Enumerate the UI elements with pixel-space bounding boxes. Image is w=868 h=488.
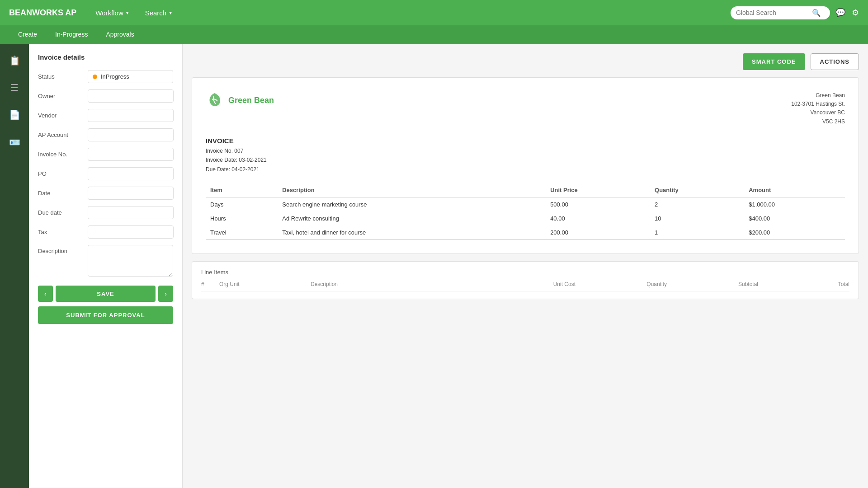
status-row: Status InProgress bbox=[38, 70, 173, 83]
cell-description: Search engine marketing course bbox=[278, 197, 546, 211]
cell-description: Taxi, hotel and dinner for course bbox=[278, 225, 546, 240]
address-line1: Green Bean bbox=[791, 91, 845, 100]
global-search-icon[interactable]: 🔍 bbox=[812, 9, 821, 17]
save-button[interactable]: SAVE bbox=[56, 286, 156, 302]
description-input[interactable] bbox=[88, 245, 173, 277]
invoice-header: Green Bean Green Bean 102-3701 Hastings … bbox=[206, 91, 845, 126]
li-header-qty: Quantity bbox=[580, 281, 667, 287]
description-label: Description bbox=[38, 245, 88, 254]
status-dot bbox=[93, 75, 97, 79]
workflow-chevron-icon: ▼ bbox=[125, 10, 130, 15]
col-description: Description bbox=[278, 183, 546, 197]
vendor-input[interactable] bbox=[88, 109, 174, 122]
status-input[interactable]: InProgress bbox=[88, 70, 173, 83]
search-nav-btn[interactable]: Search ▼ bbox=[140, 5, 178, 20]
cell-item: Travel bbox=[206, 225, 278, 240]
workflow-label: Workflow bbox=[95, 9, 123, 17]
due-date-row: Due date bbox=[38, 206, 173, 219]
due-date-label: Due date bbox=[38, 209, 88, 216]
address-line2: 102-3701 Hastings St. bbox=[791, 100, 845, 108]
status-label: Status bbox=[38, 73, 88, 80]
invoice-table-header: Item Description Unit Price Quantity Amo… bbox=[206, 183, 845, 197]
sub-nav-inprogress[interactable]: In-Progress bbox=[46, 26, 97, 43]
chat-icon[interactable]: 💬 bbox=[835, 8, 845, 18]
li-header-desc: Description bbox=[311, 281, 484, 287]
address-line4: V5C 2HS bbox=[791, 117, 845, 126]
table-row: Days Search engine marketing course 500.… bbox=[206, 197, 845, 211]
po-row: PO bbox=[38, 167, 173, 180]
li-header-subtotal: Subtotal bbox=[671, 281, 758, 287]
owner-row: Owner bbox=[38, 89, 173, 103]
li-header-total: Total bbox=[763, 281, 849, 287]
cell-quantity: 2 bbox=[650, 197, 744, 211]
po-label: PO bbox=[38, 170, 88, 177]
main-layout: 📋 ☰ 📄 🪪 Invoice details Status InProgres… bbox=[0, 44, 868, 488]
workflow-nav-btn[interactable]: Workflow ▼ bbox=[90, 5, 135, 20]
document-icon[interactable]: 📄 bbox=[5, 106, 24, 124]
list-icon[interactable]: ☰ bbox=[7, 79, 22, 97]
col-amount: Amount bbox=[744, 183, 845, 197]
smart-code-button[interactable]: SMART CODE bbox=[743, 53, 805, 70]
cell-item: Days bbox=[206, 197, 278, 211]
cell-item: Hours bbox=[206, 211, 278, 225]
date-row: Date bbox=[38, 187, 173, 200]
cell-quantity: 1 bbox=[650, 225, 744, 240]
line-items-title: Line Items bbox=[201, 269, 849, 276]
prev-button[interactable]: ‹ bbox=[38, 286, 53, 302]
invoice-no-label: Invoice No. bbox=[38, 151, 88, 158]
left-panel: Invoice details Status InProgress Owner … bbox=[29, 44, 183, 488]
nav-menu: Workflow ▼ Search ▼ bbox=[90, 5, 731, 20]
sub-nav-approvals[interactable]: Approvals bbox=[97, 26, 143, 43]
submit-button[interactable]: SUBMIT FOR APPROVAL bbox=[38, 306, 173, 324]
company-address: Green Bean 102-3701 Hastings St. Vancouv… bbox=[791, 91, 845, 126]
ap-account-input[interactable] bbox=[88, 128, 174, 141]
next-button[interactable]: › bbox=[158, 286, 173, 302]
col-unit-price: Unit Price bbox=[546, 183, 650, 197]
global-search-input[interactable] bbox=[736, 9, 808, 16]
sub-nav-create[interactable]: Create bbox=[9, 26, 46, 43]
cell-unit-price: 500.00 bbox=[546, 197, 650, 211]
due-date-input[interactable] bbox=[88, 206, 174, 219]
invoice-no: Invoice No. 007 bbox=[206, 146, 845, 155]
invoice-date: Invoice Date: 03-02-2021 bbox=[206, 155, 845, 164]
owner-label: Owner bbox=[38, 93, 88, 99]
nav-icons: 💬 ⚙ bbox=[835, 8, 859, 18]
col-quantity: Quantity bbox=[650, 183, 744, 197]
invoice-title: INVOICE bbox=[206, 137, 845, 145]
li-header-orgunit: Org Unit bbox=[219, 281, 306, 287]
invoice-no-row: Invoice No. bbox=[38, 148, 173, 161]
app-title: BEANWORKS AP bbox=[9, 8, 76, 18]
ap-account-label: AP Account bbox=[38, 131, 88, 138]
date-input[interactable] bbox=[88, 187, 174, 200]
company-name: Green Bean bbox=[228, 96, 274, 105]
description-row: Description bbox=[38, 245, 173, 277]
table-row: Travel Taxi, hotel and dinner for course… bbox=[206, 225, 845, 240]
table-row: Hours Ad Rewrite consulting 40.00 10 $40… bbox=[206, 211, 845, 225]
owner-input[interactable] bbox=[88, 89, 174, 103]
cell-amount: $1,000.00 bbox=[744, 197, 845, 211]
line-items-header: # Org Unit Description Unit Cost Quantit… bbox=[201, 281, 849, 291]
cell-unit-price: 200.00 bbox=[546, 225, 650, 240]
card-icon[interactable]: 🪪 bbox=[5, 133, 24, 151]
invoice-meta: Invoice No. 007 Invoice Date: 03-02-2021… bbox=[206, 146, 845, 174]
calendar-icon[interactable]: 📋 bbox=[5, 52, 24, 70]
cell-amount: $200.00 bbox=[744, 225, 845, 240]
due-date-display: Due Date: 04-02-2021 bbox=[206, 165, 845, 174]
po-input[interactable] bbox=[88, 167, 174, 180]
top-nav: BEANWORKS AP Workflow ▼ Search ▼ 🔍 💬 ⚙ bbox=[0, 0, 868, 25]
li-header-hash: # bbox=[201, 281, 215, 287]
actions-button[interactable]: ACTIONS bbox=[811, 53, 859, 70]
right-panel: SMART CODE ACTIONS Green Bean Green Bean… bbox=[183, 44, 868, 488]
action-bar: SMART CODE ACTIONS bbox=[192, 53, 859, 70]
tax-input[interactable] bbox=[88, 225, 174, 239]
global-search-wrapper: 🔍 bbox=[731, 6, 830, 19]
cell-description: Ad Rewrite consulting bbox=[278, 211, 546, 225]
logo-icon bbox=[206, 91, 224, 109]
tax-row: Tax bbox=[38, 225, 173, 239]
invoice-table: Item Description Unit Price Quantity Amo… bbox=[206, 183, 845, 240]
gear-icon[interactable]: ⚙ bbox=[852, 8, 859, 18]
cell-amount: $400.00 bbox=[744, 211, 845, 225]
sidebar: 📋 ☰ 📄 🪪 bbox=[0, 44, 29, 488]
invoice-no-input[interactable] bbox=[88, 148, 174, 161]
sub-nav: Create In-Progress Approvals bbox=[0, 25, 868, 44]
